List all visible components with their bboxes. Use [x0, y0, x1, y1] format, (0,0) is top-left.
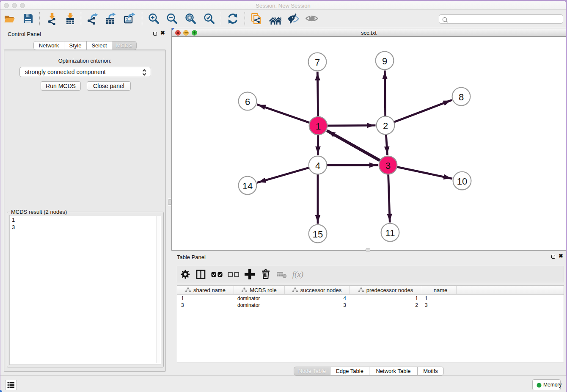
svg-text:8: 8	[459, 92, 464, 102]
svg-text:4: 4	[315, 160, 320, 171]
svg-text:15: 15	[313, 229, 323, 240]
svg-text:14: 14	[242, 181, 253, 191]
svg-text:7: 7	[315, 57, 320, 68]
svg-text:10: 10	[457, 176, 467, 187]
svg-text:11: 11	[385, 228, 395, 238]
svg-text:3: 3	[385, 160, 391, 171]
svg-text:2: 2	[383, 121, 388, 131]
svg-text:9: 9	[382, 56, 387, 66]
svg-text:f(x): f(x)	[292, 270, 303, 279]
svg-text:1: 1	[316, 121, 321, 132]
svg-text:6: 6	[245, 97, 250, 107]
